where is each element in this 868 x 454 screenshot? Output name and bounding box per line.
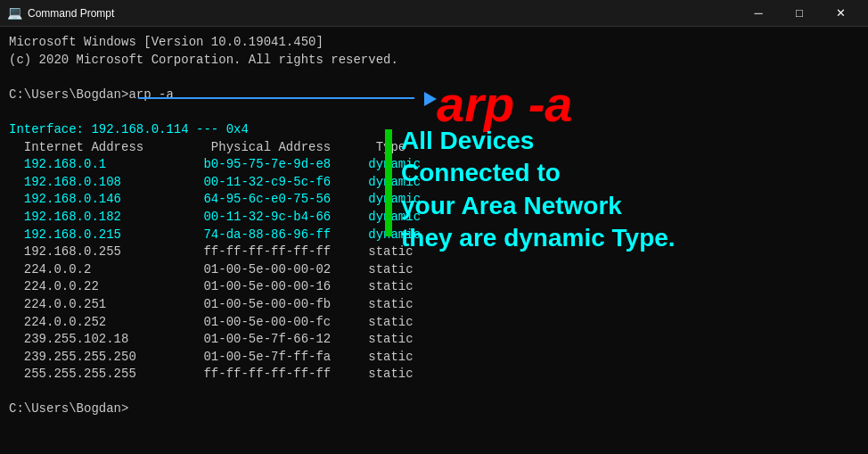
prompt-end: C:\Users\Bogdan>: [9, 400, 859, 418]
arrow-line: [138, 97, 414, 99]
cmd-icon: 💻: [7, 5, 22, 21]
console-area: Microsoft Windows [Version 10.0.19041.45…: [0, 27, 868, 454]
minimize-button[interactable]: ─: [738, 0, 779, 27]
annotation-line3: your Area Network: [401, 190, 838, 222]
green-bar: [385, 129, 392, 236]
close-button[interactable]: ✕: [820, 0, 861, 27]
annotation-text: All Devices Connected to your Area Netwo…: [401, 125, 838, 255]
table-row: 239.255.102.18 01-00-5e-7f-66-12 static: [9, 331, 859, 349]
titlebar-left: 💻 Command Prompt: [7, 5, 114, 21]
line-version: Microsoft Windows [Version 10.0.19041.45…: [9, 34, 859, 52]
annotation-line2: Connected to: [401, 157, 838, 189]
titlebar-controls: ─ □ ✕: [738, 0, 861, 27]
titlebar-title: Command Prompt: [28, 7, 114, 20]
titlebar: 💻 Command Prompt ─ □ ✕: [0, 0, 868, 27]
table-row: 224.0.0.251 01-00-5e-00-00-fb static: [9, 296, 859, 314]
maximize-button[interactable]: □: [779, 0, 820, 27]
annotation-line1: All Devices: [401, 125, 838, 157]
table-row: 224.0.0.2 01-00-5e-00-00-02 static: [9, 261, 859, 279]
table-row: 224.0.0.22 01-00-5e-00-00-16 static: [9, 278, 859, 296]
line-blank1: [9, 69, 859, 87]
table-row: 239.255.255.250 01-00-5e-7f-ff-fa static: [9, 349, 859, 367]
line-copyright: (c) 2020 Microsoft Corporation. All righ…: [9, 52, 859, 70]
arrow-head: [424, 92, 437, 106]
table-row: 224.0.0.252 01-00-5e-00-00-fc static: [9, 314, 859, 332]
line-blank3: [9, 384, 859, 401]
table-row: 255.255.255.255 ff-ff-ff-ff-ff-ff static: [9, 366, 859, 384]
arrow-annotation: [138, 89, 437, 107]
annotation-line4: they are dynamic Type.: [401, 222, 838, 254]
